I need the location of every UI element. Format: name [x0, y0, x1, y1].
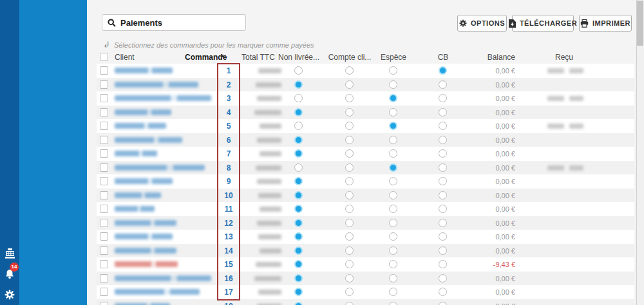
client-link-redacted[interactable] — [115, 234, 173, 239]
payment-radio-non_livree[interactable] — [294, 122, 303, 130]
payment-radio-compte_client[interactable] — [345, 274, 354, 282]
payment-radio-non_livree[interactable] — [294, 260, 303, 268]
row-checkbox[interactable] — [100, 260, 108, 268]
payment-radio-cb[interactable] — [439, 163, 447, 172]
payment-radio-espece[interactable] — [389, 232, 397, 241]
payment-radio-espece[interactable] — [389, 246, 397, 255]
commande-number-link[interactable]: 3 — [217, 94, 240, 103]
payment-radio-cb[interactable] — [439, 260, 447, 268]
column-non-livree[interactable]: Non livrée... — [278, 53, 319, 62]
client-link-redacted[interactable] — [115, 248, 176, 254]
commande-number-link[interactable]: 4 — [217, 108, 240, 117]
client-link-redacted[interactable] — [115, 109, 171, 115]
payment-radio-compte_client[interactable] — [345, 219, 354, 227]
column-recu[interactable]: Reçu — [555, 53, 573, 62]
commande-number-link[interactable]: 18 — [217, 302, 240, 305]
payment-radio-compte_client[interactable] — [345, 260, 354, 268]
payment-radio-espece[interactable] — [389, 66, 397, 75]
payment-radio-compte_client[interactable] — [345, 288, 354, 296]
row-checkbox[interactable] — [100, 122, 108, 130]
payment-radio-non_livree[interactable] — [294, 66, 303, 75]
payment-radio-espece[interactable] — [389, 94, 397, 102]
commande-number-link[interactable]: 8 — [217, 163, 240, 172]
client-link-redacted[interactable] — [115, 261, 178, 267]
client-link-redacted[interactable] — [115, 137, 182, 143]
payment-radio-compte_client[interactable] — [345, 163, 354, 172]
commande-number-link[interactable]: 6 — [217, 136, 240, 145]
commande-number-link[interactable]: 11 — [217, 205, 240, 214]
payment-radio-compte_client[interactable] — [345, 302, 354, 305]
client-link-redacted[interactable] — [115, 303, 170, 305]
row-checkbox[interactable] — [100, 302, 108, 305]
payment-radio-non_livree[interactable] — [294, 94, 303, 102]
row-checkbox[interactable] — [100, 219, 108, 227]
payment-radio-non_livree[interactable] — [294, 219, 303, 227]
row-checkbox[interactable] — [100, 246, 108, 255]
column-espece[interactable]: Espèce — [381, 53, 406, 62]
payment-radio-cb[interactable] — [439, 302, 447, 305]
payment-radio-non_livree[interactable] — [294, 149, 303, 158]
payment-radio-espece[interactable] — [389, 122, 397, 130]
row-checkbox[interactable] — [100, 191, 108, 199]
client-link-redacted[interactable] — [115, 178, 173, 184]
commande-number-link[interactable]: 9 — [217, 177, 240, 186]
payment-radio-non_livree[interactable] — [294, 163, 303, 172]
payment-radio-compte_client[interactable] — [345, 191, 354, 199]
payment-radio-espece[interactable] — [389, 205, 397, 213]
payment-radio-non_livree[interactable] — [294, 302, 303, 305]
client-link-redacted[interactable] — [115, 123, 166, 129]
payment-radio-espece[interactable] — [389, 260, 397, 268]
commande-number-link[interactable]: 16 — [217, 274, 240, 283]
payment-radio-compte_client[interactable] — [345, 80, 354, 89]
row-checkbox[interactable] — [100, 232, 108, 241]
client-link-redacted[interactable] — [115, 220, 176, 226]
print-button[interactable]: IMPRIMER — [579, 15, 632, 32]
payment-radio-cb[interactable] — [439, 149, 447, 158]
options-button[interactable]: OPTIONS — [457, 15, 507, 32]
commande-number-link[interactable]: 7 — [217, 149, 240, 158]
row-checkbox[interactable] — [100, 205, 108, 213]
payment-radio-cb[interactable] — [439, 274, 447, 282]
commande-number-link[interactable]: 12 — [217, 219, 240, 228]
cash-register-icon[interactable] — [0, 243, 19, 264]
client-link-redacted[interactable] — [115, 82, 198, 88]
payment-radio-non_livree[interactable] — [294, 205, 303, 213]
payment-radio-non_livree[interactable] — [294, 246, 303, 255]
column-total-ttc[interactable]: Total TTC — [242, 53, 275, 62]
payment-radio-espece[interactable] — [389, 302, 397, 305]
payment-radio-espece[interactable] — [389, 80, 397, 89]
column-client[interactable]: Client — [115, 53, 135, 62]
payment-radio-cb[interactable] — [439, 246, 447, 255]
payment-radio-cb[interactable] — [439, 288, 447, 296]
commande-number-link[interactable]: 13 — [217, 232, 240, 241]
payment-radio-espece[interactable] — [389, 149, 397, 158]
payment-radio-cb[interactable] — [439, 136, 447, 144]
commande-number-link[interactable]: 10 — [217, 191, 240, 200]
gear-icon[interactable] — [0, 284, 19, 305]
payment-radio-non_livree[interactable] — [294, 108, 303, 116]
client-link-redacted[interactable] — [115, 151, 157, 156]
commande-number-link[interactable]: 15 — [217, 260, 240, 269]
client-link-redacted[interactable] — [115, 68, 173, 73]
row-checkbox[interactable] — [100, 163, 108, 172]
payment-radio-compte_client[interactable] — [345, 177, 354, 185]
search-input[interactable]: Paiements — [102, 14, 246, 31]
payment-radio-compte_client[interactable] — [345, 136, 354, 144]
row-checkbox[interactable] — [100, 274, 108, 282]
payment-radio-cb[interactable] — [439, 177, 447, 185]
select-all-checkbox[interactable] — [100, 53, 108, 61]
payment-radio-compte_client[interactable] — [345, 246, 354, 255]
row-checkbox[interactable] — [100, 108, 108, 116]
row-checkbox[interactable] — [100, 136, 108, 144]
payment-radio-compte_client[interactable] — [345, 108, 354, 116]
payment-radio-non_livree[interactable] — [294, 177, 303, 185]
column-balance[interactable]: Balance — [488, 53, 515, 62]
payment-radio-cb[interactable] — [439, 66, 447, 75]
client-link-redacted[interactable] — [115, 275, 211, 281]
commande-number-link[interactable]: 14 — [217, 246, 240, 255]
row-checkbox[interactable] — [100, 149, 108, 158]
row-checkbox[interactable] — [100, 80, 108, 89]
payment-radio-cb[interactable] — [439, 219, 447, 227]
payment-radio-compte_client[interactable] — [345, 66, 354, 75]
payment-radio-compte_client[interactable] — [345, 122, 354, 130]
